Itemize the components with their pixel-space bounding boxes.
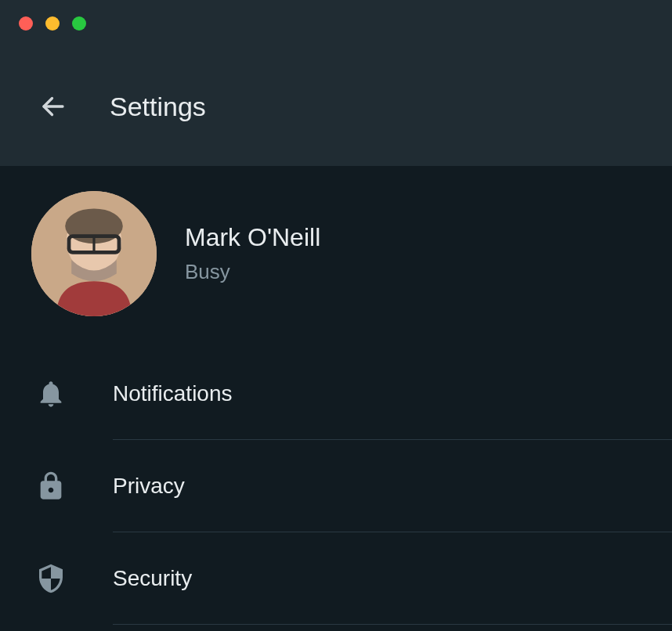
page-header: Settings: [0, 47, 672, 166]
shield-icon: [31, 559, 70, 598]
menu-label-wrap: Notifications: [113, 348, 672, 440]
avatar: [31, 191, 157, 316]
menu-item-label: Security: [113, 566, 192, 591]
menu-item-label: Privacy: [113, 474, 185, 499]
menu-item-notifications[interactable]: Notifications: [31, 348, 672, 440]
menu-label-wrap: Security: [113, 532, 672, 625]
window-titlebar: [0, 0, 672, 47]
profile-name: Mark O'Neill: [185, 223, 320, 252]
menu-item-privacy[interactable]: Privacy: [31, 440, 672, 532]
window-maximize-button[interactable]: [72, 16, 86, 31]
profile-text: Mark O'Neill Busy: [185, 223, 320, 284]
profile-row[interactable]: Mark O'Neill Busy: [0, 166, 672, 348]
menu-item-label: Notifications: [113, 381, 233, 406]
window-minimize-button[interactable]: [45, 16, 60, 31]
back-button[interactable]: [38, 91, 69, 122]
bell-icon: [31, 374, 70, 413]
arrow-left-icon: [39, 92, 67, 121]
lock-icon: [31, 467, 70, 506]
settings-menu: Notifications Privacy Security: [0, 348, 672, 625]
window-close-button[interactable]: [19, 16, 33, 31]
menu-label-wrap: Privacy: [113, 440, 672, 532]
profile-status: Busy: [185, 260, 320, 284]
page-title: Settings: [110, 92, 206, 122]
settings-content: Mark O'Neill Busy Notifications Privacy: [0, 166, 672, 625]
menu-item-security[interactable]: Security: [31, 532, 672, 625]
